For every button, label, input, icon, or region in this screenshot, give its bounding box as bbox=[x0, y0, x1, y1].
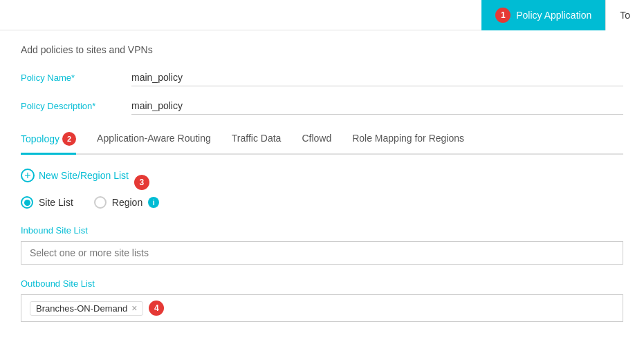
main-content: Add policies to sites and VPNs Policy Na… bbox=[0, 30, 644, 350]
tab-app-aware-routing[interactable]: Application-Aware Routing bbox=[97, 126, 211, 153]
inbound-site-list-input[interactable] bbox=[21, 241, 623, 265]
radio-site-list[interactable]: Site List bbox=[21, 196, 73, 209]
tab-topology-label: Topology bbox=[21, 133, 59, 144]
tab-role-mapping-label: Role Mapping for Regions bbox=[352, 133, 464, 144]
policy-name-input[interactable] bbox=[131, 69, 623, 86]
tab-role-mapping[interactable]: Role Mapping for Regions bbox=[352, 126, 464, 153]
next-tab[interactable]: To bbox=[605, 0, 644, 30]
outbound-site-list-section: Outbound Site List Branches-ON-Demand × … bbox=[21, 278, 623, 322]
header-bar: 1 Policy Application To bbox=[0, 0, 644, 30]
page-subtitle: Add policies to sites and VPNs bbox=[21, 44, 623, 55]
header-badge-1: 1 bbox=[495, 8, 510, 23]
plus-circle-icon: + bbox=[21, 169, 35, 182]
inbound-site-list-label: Inbound Site List bbox=[21, 225, 623, 236]
policy-name-label: Policy Name* bbox=[21, 73, 131, 83]
outbound-tag-branches: Branches-ON-Demand × bbox=[30, 301, 143, 316]
outbound-site-list-tags[interactable]: Branches-ON-Demand × 4 bbox=[21, 294, 623, 322]
next-tab-label: To bbox=[620, 10, 630, 21]
policy-application-tab[interactable]: 1 Policy Application bbox=[481, 0, 605, 30]
new-site-region-btn[interactable]: + New Site/Region List bbox=[21, 169, 129, 182]
radio-site-list-circle bbox=[21, 196, 33, 209]
tab-topology-badge: 2 bbox=[62, 132, 76, 146]
tab-app-label: Application-Aware Routing bbox=[97, 133, 211, 144]
tab-cflowd[interactable]: Cflowd bbox=[302, 126, 331, 153]
region-info-icon[interactable]: i bbox=[148, 197, 159, 208]
radio-site-list-label: Site List bbox=[39, 197, 73, 208]
topology-tab-content: + New Site/Region List 3 Site List Regio… bbox=[21, 169, 623, 322]
policy-name-group: Policy Name* bbox=[21, 69, 623, 86]
radio-region[interactable]: Region i bbox=[94, 196, 159, 209]
badge-4: 4 bbox=[149, 301, 164, 316]
radio-region-label: Region bbox=[112, 197, 142, 208]
tabs-container: Topology2 Application-Aware Routing Traf… bbox=[21, 126, 623, 155]
outbound-site-list-label: Outbound Site List bbox=[21, 278, 623, 289]
tab-traffic-data[interactable]: Traffic Data bbox=[232, 126, 282, 153]
header-right: 1 Policy Application To bbox=[481, 0, 644, 30]
policy-description-input[interactable] bbox=[131, 97, 623, 115]
radio-group: Site List Region i bbox=[21, 196, 623, 209]
radio-region-circle bbox=[94, 196, 107, 209]
policy-description-label: Policy Description* bbox=[21, 101, 131, 111]
header-tab-label: Policy Application bbox=[516, 10, 591, 21]
tab-cflowd-label: Cflowd bbox=[302, 133, 331, 144]
badge-3: 3 bbox=[134, 175, 149, 190]
new-site-region-wrapper: + New Site/Region List 3 bbox=[21, 169, 623, 196]
policy-description-group: Policy Description* bbox=[21, 97, 623, 115]
outbound-tag-label: Branches-ON-Demand bbox=[36, 303, 127, 314]
tab-traffic-label: Traffic Data bbox=[232, 133, 282, 144]
inbound-site-list-section: Inbound Site List bbox=[21, 225, 623, 265]
new-site-btn-label: New Site/Region List bbox=[39, 170, 129, 181]
outbound-tag-close[interactable]: × bbox=[131, 303, 137, 313]
tab-topology[interactable]: Topology2 bbox=[21, 126, 76, 153]
